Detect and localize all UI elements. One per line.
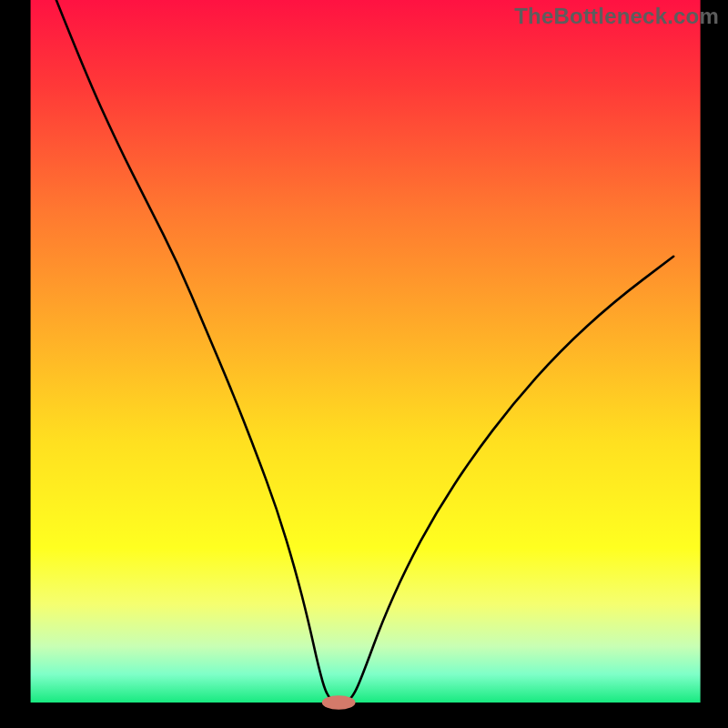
chart-container: TheBottleneck.com	[0, 0, 728, 728]
bottleneck-chart	[0, 0, 728, 728]
optimal-point-marker	[322, 695, 356, 709]
watermark: TheBottleneck.com	[514, 4, 719, 29]
plot-background	[31, 0, 701, 703]
